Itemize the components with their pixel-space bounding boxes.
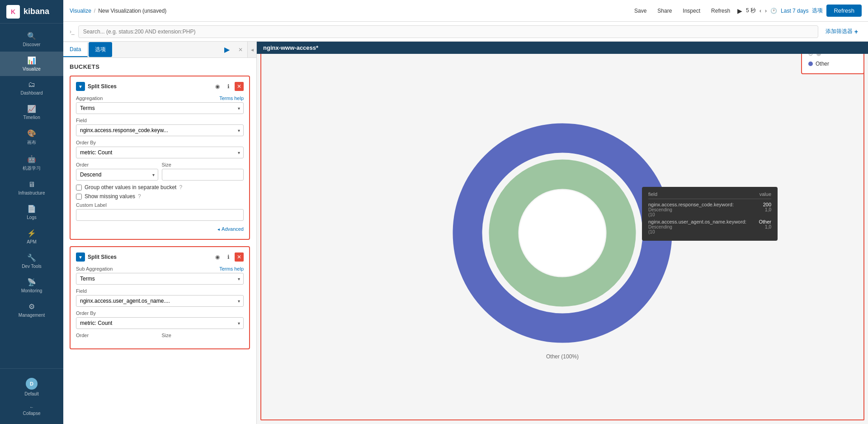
devtools-icon: 🔧 (27, 253, 36, 262)
infrastructure-icon: 🖥 (28, 181, 35, 189)
sidebar-user[interactable]: D Default (0, 373, 63, 401)
ml-icon: 🤖 (27, 155, 36, 163)
canvas-icon: 🎨 (27, 129, 36, 138)
play-icon[interactable]: ▶ (737, 7, 742, 14)
sub-aggregation-select-2[interactable]: Terms (76, 273, 244, 285)
legend-other-label: Other (816, 61, 829, 67)
show-missing-help-icon[interactable]: ? (138, 193, 141, 200)
sidebar-item-infrastructure[interactable]: 🖥 Infrastructure (0, 176, 63, 200)
close-panel-button[interactable]: ✕ (234, 43, 247, 57)
visualize-icon: 📊 (27, 56, 36, 65)
options-link[interactable]: 选项 (812, 7, 823, 14)
plus-icon: + (854, 28, 858, 35)
group-other-help-icon[interactable]: ? (179, 184, 182, 191)
collapse-panel-button[interactable]: ◂ (247, 42, 256, 57)
bucket-info-button-2[interactable]: ℹ (224, 252, 233, 262)
sidebar-item-discover[interactable]: 🔍 Discover (0, 27, 63, 52)
filter-add-button[interactable]: 添加筛选器 + (822, 26, 862, 37)
orderby-select-wrapper-2: metric: Count (76, 317, 244, 329)
viz-area: Other (100%) field value nginx.access.re… (257, 42, 868, 424)
terms-help-link-1[interactable]: Terms help (219, 95, 244, 101)
tooltip-row1-sub2: (10 (648, 212, 734, 217)
file-title-bar: nginx-www-access* (257, 42, 868, 54)
donut-chart (449, 120, 675, 346)
sidebar-item-visualize[interactable]: 📊 Visualize (0, 52, 63, 76)
bucket-eye-button-2[interactable]: ◉ (213, 252, 222, 262)
field-select-2[interactable]: nginx.access.user_agent.os_name.... (76, 295, 244, 307)
aggregation-label-1: Aggregation Terms help (76, 95, 244, 101)
kibana-logo-icon: K (6, 5, 20, 19)
bucket-box-2-title: Split Slices (88, 254, 210, 260)
legend-dot-other (808, 62, 813, 66)
sidebar-item-management[interactable]: ⚙ Management (0, 298, 63, 322)
tab-options[interactable]: 选项 (89, 42, 112, 57)
show-missing-label: Show missing values (85, 193, 135, 200)
tooltip-row2-sub: Descending (648, 224, 746, 229)
advanced-arrow-icon: ◂ (217, 227, 220, 232)
share-button[interactable]: Share (654, 6, 675, 16)
bucket-delete-button-2[interactable]: ✕ (235, 252, 244, 262)
sidebar-item-logs[interactable]: 📄 Logs (0, 200, 63, 224)
center-circle (519, 190, 605, 276)
custom-label-row-1: Custom Label (76, 202, 244, 221)
terms-help-link-2[interactable]: Terms help (219, 266, 244, 272)
custom-label-input-1[interactable] (76, 209, 244, 221)
bucket-expand-icon-1[interactable]: ▼ (76, 82, 85, 91)
apm-icon: ⚡ (27, 229, 36, 238)
sidebar-item-canvas[interactable]: 🎨 画布 (0, 124, 63, 150)
tooltip-col-value: value (760, 191, 771, 197)
sidebar-item-timelion[interactable]: 📈 Timelion (0, 100, 63, 124)
aggregation-select-1[interactable]: Terms (76, 102, 244, 114)
topbar-actions: Save Share Inspect Refresh ▶ 5 秒 ‹ › 🕐 L… (631, 5, 862, 17)
clock-icon: 🕐 (770, 8, 777, 14)
bucket-eye-button-1[interactable]: ◉ (213, 82, 222, 91)
sidebar-item-dashboard[interactable]: 🗂 Dashboard (0, 76, 63, 100)
time-picker[interactable]: Last 7 days (781, 8, 808, 14)
chevron-left-icon[interactable]: ‹ (760, 8, 761, 14)
sub-aggregation-label-2: Sub Aggregation Terms help (76, 266, 244, 272)
orderby-label-1: Order By (76, 140, 244, 145)
collapse-button[interactable]: ← Collapse (0, 401, 63, 419)
sidebar-item-devtools[interactable]: 🔧 Dev Tools (0, 249, 63, 273)
bucket-info-button-1[interactable]: ℹ (224, 82, 233, 91)
tab-data[interactable]: Data (63, 43, 88, 57)
refresh-button[interactable]: Refresh (708, 6, 734, 16)
order-select-1[interactable]: Descend (76, 169, 158, 181)
sidebar-item-ml[interactable]: 🤖 机器学习 (0, 150, 63, 176)
group-other-checkbox[interactable] (76, 185, 82, 191)
show-missing-row: Show missing values ? (76, 193, 244, 200)
filter-add-label: 添加筛选器 (826, 28, 853, 35)
sidebar-item-monitoring[interactable]: 📡 Monitoring (0, 273, 63, 298)
show-missing-checkbox[interactable] (76, 194, 82, 200)
advanced-link-1[interactable]: ◂ Advanced (76, 224, 244, 233)
field-select-1[interactable]: nginx.access.response_code.keyw... (76, 124, 244, 136)
sub-aggregation-row-2: Sub Aggregation Terms help Terms (76, 266, 244, 285)
orderby-select-2[interactable]: metric: Count (76, 317, 244, 329)
run-button[interactable]: ▶ (220, 43, 234, 57)
field-row-1: Field nginx.access.response_code.keyw... (76, 118, 244, 136)
search-input[interactable] (78, 25, 818, 38)
bucket-delete-button-1[interactable]: ✕ (235, 82, 244, 91)
inspect-button[interactable]: Inspect (679, 6, 704, 16)
bucket-box-1-header: ▼ Split Slices ◉ ℹ ✕ (76, 82, 244, 91)
dashboard-icon: 🗂 (28, 81, 35, 89)
aggregation-select-wrapper-1: Terms (76, 102, 244, 114)
bucket-expand-icon-2[interactable]: ▼ (76, 252, 85, 262)
orderby-select-1[interactable]: metric: Count (76, 147, 244, 158)
tooltip-row-2: nginx.access.user_agent.os_name.keyword:… (648, 219, 771, 234)
sidebar-item-label: 画布 (27, 139, 36, 146)
field-select-wrapper-2: nginx.access.user_agent.os_name.... (76, 295, 244, 307)
panel-header: Data 选项 ▶ ✕ ◂ (63, 42, 256, 58)
bucket-box-2-controls: ◉ ℹ ✕ (213, 252, 244, 262)
sidebar-bottom: D Default ← Collapse (0, 368, 63, 424)
save-button[interactable]: Save (631, 6, 650, 16)
order-select-wrapper-1: Descend (76, 169, 158, 181)
size-input-1[interactable]: 5 (162, 169, 244, 181)
sidebar-item-apm[interactable]: ⚡ APM (0, 224, 63, 249)
breadcrumb-current: New Visualization (unsaved) (98, 8, 166, 14)
legend-item-other[interactable]: Other (808, 61, 857, 67)
breadcrumb-visualize[interactable]: Visualize (70, 8, 91, 14)
chevron-right-icon[interactable]: › (765, 8, 767, 14)
left-panel: Data 选项 ▶ ✕ ◂ Buckets ▼ Split Slices ◉ ℹ (63, 42, 257, 424)
refresh-blue-button[interactable]: Refresh (826, 5, 862, 17)
